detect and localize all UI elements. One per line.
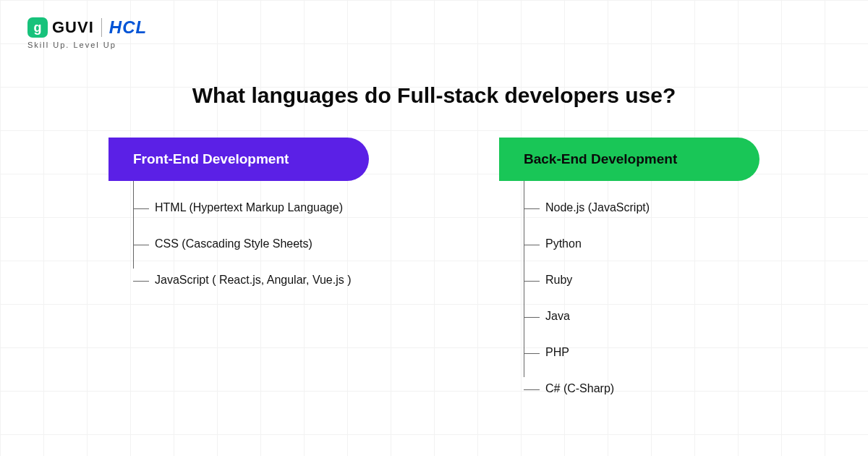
item-label: Ruby bbox=[545, 274, 572, 287]
item-label: JavaScript ( React.js, Angular, Vue.js ) bbox=[155, 274, 352, 287]
columns-container: Front-End Development HTML (Hypertext Ma… bbox=[0, 138, 868, 411]
list-item: Python bbox=[524, 230, 760, 266]
page-title: What languages do Full-stack developers … bbox=[0, 83, 868, 108]
brand-tagline: Skill Up. Level Up bbox=[27, 41, 147, 49]
item-label: HTML (Hypertext Markup Language) bbox=[155, 201, 343, 214]
item-label: Python bbox=[545, 237, 582, 250]
item-label: CSS (Cascading Style Sheets) bbox=[155, 237, 312, 250]
item-label: Node.js (JavaScript) bbox=[545, 201, 650, 214]
frontend-tree: HTML (Hypertext Markup Language) CSS (Ca… bbox=[133, 181, 369, 303]
list-item: Node.js (JavaScript) bbox=[524, 194, 760, 230]
backend-pill-label: Back-End Development bbox=[524, 151, 677, 167]
backend-pill: Back-End Development bbox=[499, 138, 760, 181]
list-item: PHP bbox=[524, 339, 760, 375]
frontend-pill: Front-End Development bbox=[109, 138, 369, 181]
column-frontend: Front-End Development HTML (Hypertext Ma… bbox=[109, 138, 369, 411]
brand-header: g GUVI HCL Skill Up. Level Up bbox=[27, 17, 147, 49]
guvi-mark-icon: g bbox=[27, 17, 48, 38]
guvi-logo: g GUVI bbox=[27, 17, 94, 38]
guvi-wordmark: GUVI bbox=[52, 18, 94, 37]
list-item: JavaScript ( React.js, Angular, Vue.js ) bbox=[133, 266, 369, 303]
brand-divider bbox=[101, 18, 102, 37]
list-item: CSS (Cascading Style Sheets) bbox=[133, 230, 369, 266]
frontend-pill-label: Front-End Development bbox=[133, 151, 289, 167]
column-backend: Back-End Development Node.js (JavaScript… bbox=[499, 138, 760, 411]
hcl-wordmark: HCL bbox=[109, 17, 147, 38]
item-label: Java bbox=[545, 310, 570, 323]
list-item: HTML (Hypertext Markup Language) bbox=[133, 194, 369, 230]
list-item: Ruby bbox=[524, 266, 760, 303]
item-label: PHP bbox=[545, 346, 569, 359]
list-item: Java bbox=[524, 303, 760, 339]
brand-row: g GUVI HCL bbox=[27, 17, 147, 38]
item-label: C# (C-Sharp) bbox=[545, 382, 614, 395]
list-item: C# (C-Sharp) bbox=[524, 375, 760, 411]
backend-tree: Node.js (JavaScript) Python Ruby Java PH… bbox=[524, 181, 760, 411]
